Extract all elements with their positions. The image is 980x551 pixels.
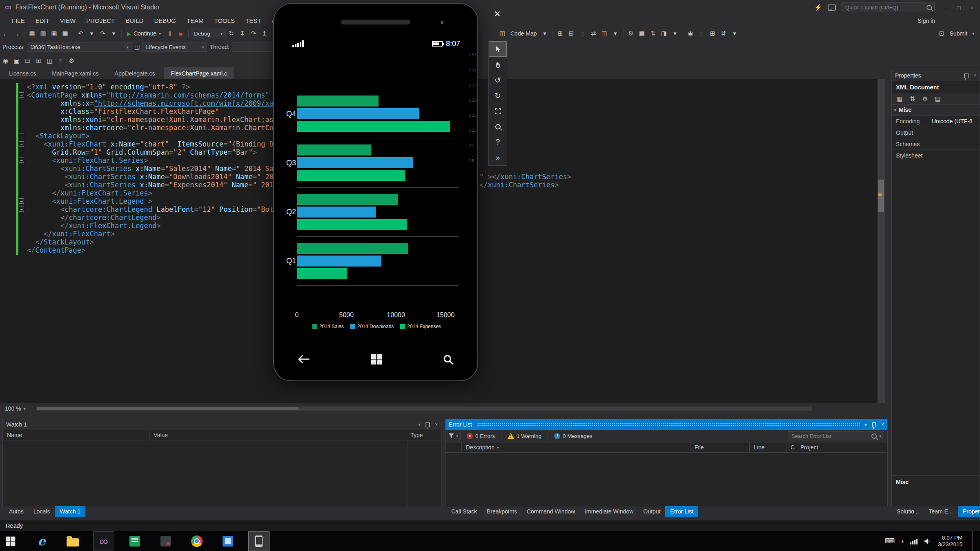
minimize-button[interactable]: — [940, 4, 949, 11]
pin-icon[interactable] [425, 422, 430, 427]
toolbar-icon[interactable]: ▦ [637, 28, 648, 39]
watch-column-name[interactable]: Name [3, 430, 149, 440]
document-tab[interactable]: MainPage.xaml.cs [45, 67, 105, 79]
toolbar-icon[interactable]: ≡ [55, 56, 66, 66]
toolbar-icon[interactable]: ▣ [11, 56, 22, 66]
taskbar-clock[interactable]: 8:07 PM 3/23/2015 [938, 535, 966, 548]
zoom-icon[interactable] [489, 119, 507, 134]
continue-button[interactable]: ▶ Continue ▾ [127, 30, 161, 37]
error-column-file[interactable]: File [690, 442, 750, 452]
error-list-search[interactable]: ▾ [788, 431, 884, 440]
toolbar-icon[interactable]: ⊞ [33, 56, 44, 66]
feedback-icon[interactable]: ⊡ [936, 28, 947, 39]
editor-horizontal-scrollbar[interactable] [36, 407, 812, 411]
show-desktop-button[interactable] [972, 531, 976, 551]
chevron-down-icon[interactable]: ▾ [456, 434, 458, 438]
toolbar-icon[interactable]: ⚙ [626, 28, 637, 39]
scrollbar-thumb[interactable] [878, 180, 884, 212]
fold-toggle-icon[interactable]: – [19, 92, 24, 98]
properties-object-type[interactable]: XML Document [892, 81, 980, 93]
tab-autos[interactable]: Autos [4, 506, 29, 517]
property-row[interactable]: EncodingUnicode (UTF-8 [892, 116, 980, 127]
watch-panel-title-bar[interactable]: Watch 1 ▾ × [3, 419, 441, 430]
undo-icon[interactable]: ↶ [75, 28, 86, 39]
error-list-body[interactable] [445, 453, 887, 507]
zoom-level-select[interactable]: 100 %▾ [0, 405, 26, 412]
window-position-icon[interactable]: ▾ [418, 422, 421, 427]
process-combo[interactable]: [3636] TaskHost.exe▾ [27, 42, 131, 52]
toolbar-icon[interactable]: ⇅ [648, 28, 659, 39]
pin-icon[interactable] [964, 73, 969, 78]
editor-vertical-scrollbar[interactable] [878, 79, 885, 403]
menu-debug[interactable]: DEBUG [149, 15, 181, 27]
toolbar-icon[interactable]: ◉ [685, 28, 696, 39]
menu-edit[interactable]: EDIT [30, 15, 55, 27]
property-group-misc[interactable]: ▾ Misc [892, 104, 980, 116]
watch-column-value[interactable]: Value [149, 430, 406, 440]
document-tab[interactable]: FlexChartPage.xaml.c [164, 67, 234, 79]
error-column-description[interactable]: Description ▾ [462, 442, 690, 452]
menu-test[interactable]: TEST [240, 15, 266, 27]
dropdown-icon[interactable]: ▾ [670, 28, 681, 39]
new-file-icon[interactable]: ▤ [27, 28, 38, 39]
toolbar-icon[interactable]: ◫ [44, 56, 55, 66]
tab-proper[interactable]: Proper... [958, 506, 980, 517]
restart-icon[interactable]: ↻ [226, 28, 237, 39]
toolbar-icon[interactable]: ⊟ [22, 56, 33, 66]
scrollbar-thumb[interactable] [37, 407, 298, 410]
dropdown-icon[interactable]: ▾ [729, 28, 740, 39]
fold-toggle-icon[interactable]: – [19, 198, 24, 204]
toolbar-icon[interactable]: ◉ [0, 56, 11, 66]
tab-call-stack[interactable]: Call Stack [446, 506, 482, 517]
nav-forward-icon[interactable]: → [11, 28, 22, 39]
menu-project[interactable]: PROJECT [81, 15, 120, 27]
document-tab[interactable]: AppDelegate.cs [108, 67, 162, 79]
sign-in-link[interactable]: Sign in [918, 18, 980, 24]
alphabetical-icon[interactable]: ⇅ [907, 93, 918, 104]
tab-error-list[interactable]: Error List [665, 506, 698, 517]
menu-view[interactable]: VIEW [55, 15, 81, 27]
dropdown-icon[interactable]: ▾ [539, 28, 550, 39]
dropdown-icon[interactable]: ▾ [108, 28, 119, 39]
tab-teame[interactable]: Team E... [924, 506, 958, 517]
toolbar-icon[interactable]: ◨ [659, 28, 670, 39]
toolbar-icon[interactable]: ⊟ [566, 28, 577, 39]
pan-hand-icon[interactable] [489, 57, 507, 72]
code-map-button[interactable]: Code Map [510, 30, 537, 37]
toolbar-icon[interactable]: ⊞ [555, 28, 566, 39]
feedback-icon[interactable]: ⚡ [814, 4, 822, 11]
watch-body[interactable] [3, 440, 441, 507]
close-button[interactable]: × [969, 4, 975, 11]
fold-toggle-icon[interactable]: – [19, 207, 24, 212]
errors-filter-button[interactable]: × 0 Errors [463, 433, 499, 439]
tab-breakpoints[interactable]: Breakpoints [482, 506, 522, 517]
tab-solutio[interactable]: Solutio... [892, 506, 924, 517]
menu-tools[interactable]: TOOLS [209, 15, 240, 27]
taskbar-visual-studio-icon[interactable]: ∞ [93, 531, 114, 551]
taskbar-chrome-icon[interactable] [186, 531, 207, 551]
tab-immediate-window[interactable]: Immediate Window [580, 506, 638, 517]
submit-button[interactable]: Submit [949, 30, 967, 37]
error-column-line[interactable]: Line [750, 442, 786, 452]
error-list-title-bar[interactable]: Error List ▾ × [445, 419, 887, 430]
toolbar-icon[interactable]: ⊞ [707, 28, 718, 39]
taskbar-emulator-app-icon[interactable] [248, 531, 270, 551]
toolbar-icon[interactable]: ⇄ [588, 28, 599, 39]
open-file-icon[interactable]: ▥ [38, 28, 49, 39]
fold-toggle-icon[interactable]: – [19, 133, 24, 138]
warnings-filter-button[interactable]: 1 Warning [503, 433, 546, 439]
properties-title-bar[interactable]: Properties × [892, 70, 980, 81]
debug-target-combo[interactable]: Debug▾ [191, 29, 226, 38]
messages-filter-button[interactable]: i 0 Messages [550, 433, 597, 439]
tab-command-window[interactable]: Command Window [522, 506, 580, 517]
taskbar-green-app-icon[interactable] [124, 531, 145, 551]
break-all-icon[interactable]: ‖ [164, 28, 175, 39]
dropdown-icon[interactable]: ▾ [610, 28, 621, 39]
phone-screen[interactable]: 8:07 Q4Q3Q2Q1 050001000015000 2014 Sales… [285, 36, 468, 341]
categorized-icon[interactable]: ▦ [894, 93, 905, 104]
phone-search-button[interactable] [443, 354, 454, 365]
menu-team[interactable]: TEAM [181, 15, 209, 27]
emulator-close-button[interactable]: × [490, 7, 505, 21]
tab-output[interactable]: Output [638, 506, 665, 517]
menu-file[interactable]: FILE [7, 15, 30, 27]
